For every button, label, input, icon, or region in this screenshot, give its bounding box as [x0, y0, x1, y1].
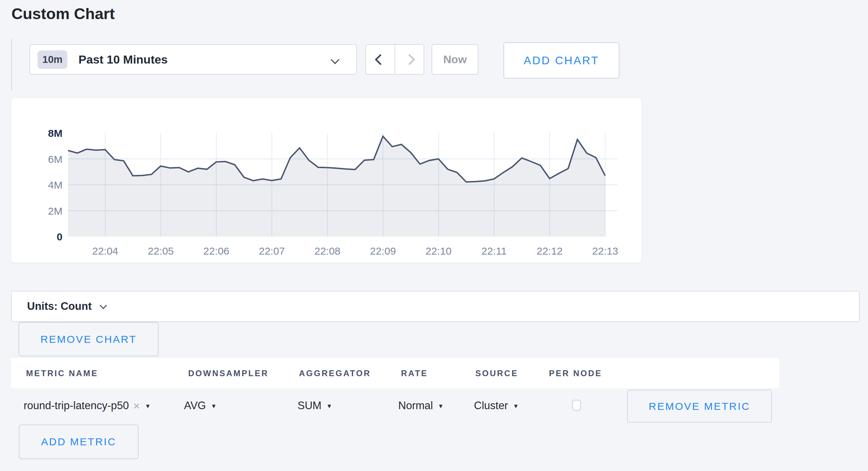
col-header-aggregator: AGGREGATOR	[299, 358, 371, 388]
caret-down-icon: ▼	[326, 402, 332, 410]
aggregator-value: SUM	[298, 399, 322, 412]
downsampler-dropdown[interactable]: AVG ▼	[184, 388, 217, 423]
caret-down-icon: ▼	[145, 402, 151, 410]
add-metric-button[interactable]: ADD METRIC	[19, 424, 139, 459]
remove-chart-button[interactable]: REMOVE CHART	[18, 322, 159, 356]
series-area	[68, 136, 605, 237]
x-tick-label: 22:09	[370, 245, 396, 257]
units-dropdown[interactable]: Units: Count	[11, 291, 860, 322]
time-range-label: Past 10 Minutes	[78, 53, 168, 66]
x-tick-label: 22:07	[259, 245, 285, 257]
caret-down-icon: ▼	[438, 402, 444, 410]
prev-time-button[interactable]	[366, 45, 395, 74]
caret-down-icon: ▼	[211, 402, 217, 410]
remove-metric-button[interactable]: REMOVE METRIC	[627, 390, 772, 423]
y-tick-label: 4M	[48, 179, 62, 191]
col-header-source: SOURCE	[475, 358, 518, 388]
chevron-down-icon	[331, 55, 339, 64]
y-tick-label: 2M	[48, 205, 62, 217]
rate-dropdown[interactable]: Normal ▼	[398, 388, 444, 423]
next-time-button[interactable]	[395, 45, 424, 74]
source-value: Cluster	[474, 399, 508, 412]
x-tick-label: 22:06	[203, 245, 229, 257]
aggregator-dropdown[interactable]: SUM ▼	[298, 388, 332, 423]
x-tick-label: 22:05	[148, 245, 174, 257]
col-header-metric-name: METRIC NAME	[26, 358, 98, 388]
caret-down-icon: ▼	[513, 402, 519, 410]
y-tick-label: 8M	[48, 127, 62, 139]
time-range-dropdown[interactable]: 10m Past 10 Minutes	[30, 44, 357, 75]
x-tick-label: 22:04	[92, 245, 118, 257]
x-tick-label: 22:08	[314, 245, 340, 257]
col-header-per-node: PER NODE	[549, 358, 602, 388]
chevron-left-icon	[375, 54, 386, 65]
col-header-downsampler: DOWNSAMPLER	[188, 358, 269, 388]
col-header-rate: RATE	[401, 358, 428, 388]
rate-value: Normal	[398, 399, 433, 412]
clear-metric-icon[interactable]: ×	[133, 399, 140, 413]
section-divider	[11, 39, 12, 90]
time-nav-arrows	[365, 44, 424, 75]
units-label: Units: Count	[27, 300, 92, 313]
chart-card: 02M4M6M8M22:0422:0522:0622:0722:0822:092…	[11, 98, 642, 263]
time-window-badge: 10m	[37, 50, 67, 69]
x-tick-label: 22:10	[425, 245, 451, 257]
x-tick-label: 22:13	[592, 245, 618, 257]
now-button[interactable]: Now	[432, 44, 478, 75]
metric-name-dropdown[interactable]: round-trip-latency-p50 × ▼	[24, 388, 151, 423]
metric-name-value: round-trip-latency-p50	[24, 399, 129, 412]
y-tick-label: 0	[57, 231, 62, 242]
chevron-down-icon	[100, 301, 107, 309]
x-tick-label: 22:12	[536, 245, 562, 257]
add-chart-button[interactable]: ADD CHART	[503, 42, 619, 78]
x-tick-label: 22:11	[482, 245, 507, 257]
time-series-chart[interactable]: 02M4M6M8M22:0422:0522:0622:0722:0822:092…	[11, 98, 642, 263]
source-dropdown[interactable]: Cluster ▼	[474, 388, 519, 423]
metrics-table-header: METRIC NAME DOWNSAMPLER AGGREGATOR RATE …	[11, 358, 779, 388]
chevron-right-icon	[404, 54, 415, 65]
y-tick-label: 6M	[48, 154, 62, 165]
downsampler-value: AVG	[184, 399, 206, 412]
page-title: Custom Chart	[11, 5, 115, 23]
per-node-checkbox[interactable]	[572, 400, 581, 411]
